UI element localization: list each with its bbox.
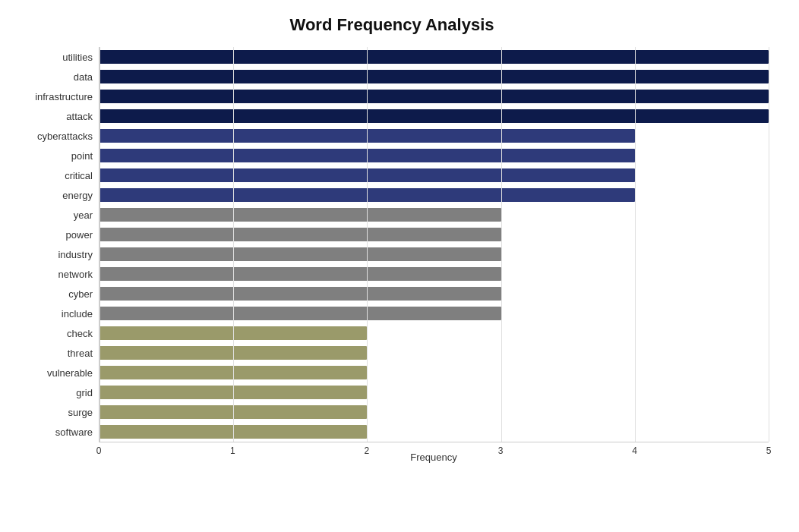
y-label: grid bbox=[15, 382, 99, 402]
bar-row bbox=[99, 106, 769, 126]
y-label: include bbox=[15, 304, 99, 323]
y-label: cyberattacks bbox=[15, 126, 99, 146]
y-label: software bbox=[15, 422, 99, 442]
bar-element bbox=[99, 267, 501, 281]
bar-row bbox=[99, 264, 769, 284]
x-tick-label: 2 bbox=[364, 445, 369, 456]
y-label: surge bbox=[15, 402, 99, 422]
bar-row bbox=[99, 422, 769, 442]
bar-element bbox=[99, 247, 501, 261]
y-label: infrastructure bbox=[15, 87, 99, 106]
bar-element bbox=[99, 287, 501, 301]
bar-row bbox=[99, 402, 769, 422]
bar-element bbox=[99, 109, 769, 123]
bar-element bbox=[99, 90, 769, 103]
bar-row bbox=[99, 284, 769, 304]
y-axis: utilitiesdatainfrastructureattackcyberat… bbox=[15, 47, 99, 458]
bar-row bbox=[99, 363, 769, 382]
bars-and-xaxis: 012345 Frequency bbox=[99, 47, 769, 458]
bar-element bbox=[99, 307, 501, 320]
y-label: check bbox=[15, 323, 99, 343]
grid-line bbox=[769, 47, 769, 442]
y-label: point bbox=[15, 146, 99, 165]
y-label: network bbox=[15, 264, 99, 284]
bar-row bbox=[99, 304, 769, 323]
grid-line bbox=[99, 47, 100, 442]
bar-element bbox=[99, 50, 769, 64]
y-label: cyber bbox=[15, 284, 99, 304]
x-tick-label: 5 bbox=[766, 445, 772, 456]
x-tick-label: 1 bbox=[230, 445, 235, 456]
y-label: vulnerable bbox=[15, 363, 99, 382]
x-tick-label: 3 bbox=[498, 445, 504, 456]
bar-row bbox=[99, 323, 769, 343]
x-tick-label: 4 bbox=[632, 445, 637, 456]
bar-row bbox=[99, 67, 769, 87]
grid-line bbox=[233, 47, 234, 442]
chart-container: Word Frequency Analysis utilitiesdatainf… bbox=[0, 0, 799, 532]
bar-row bbox=[99, 146, 769, 165]
bar-element bbox=[99, 228, 501, 241]
bar-row bbox=[99, 47, 769, 67]
bar-row bbox=[99, 185, 769, 205]
grid-line bbox=[501, 47, 502, 442]
bar-row bbox=[99, 205, 769, 225]
bar-row bbox=[99, 225, 769, 244]
y-label: energy bbox=[15, 185, 99, 205]
x-axis-label: Frequency bbox=[99, 452, 769, 463]
y-label: data bbox=[15, 67, 99, 87]
chart-title: Word Frequency Analysis bbox=[15, 15, 769, 35]
grid-line bbox=[635, 47, 636, 442]
grid-line bbox=[367, 47, 368, 442]
y-label: threat bbox=[15, 343, 99, 363]
y-label: attack bbox=[15, 106, 99, 126]
bar-row bbox=[99, 126, 769, 146]
bars-area bbox=[99, 47, 769, 442]
chart-area: utilitiesdatainfrastructureattackcyberat… bbox=[15, 47, 769, 458]
y-label: power bbox=[15, 225, 99, 244]
bar-row bbox=[99, 165, 769, 185]
bar-element bbox=[99, 208, 501, 222]
bar-row bbox=[99, 382, 769, 402]
y-label: utilities bbox=[15, 47, 99, 67]
bar-row bbox=[99, 343, 769, 363]
x-tick-label: 0 bbox=[96, 445, 102, 456]
bar-row bbox=[99, 87, 769, 106]
y-label: year bbox=[15, 205, 99, 225]
bar-row bbox=[99, 244, 769, 264]
y-label: critical bbox=[15, 165, 99, 185]
bar-element bbox=[99, 70, 769, 83]
y-label: industry bbox=[15, 244, 99, 264]
